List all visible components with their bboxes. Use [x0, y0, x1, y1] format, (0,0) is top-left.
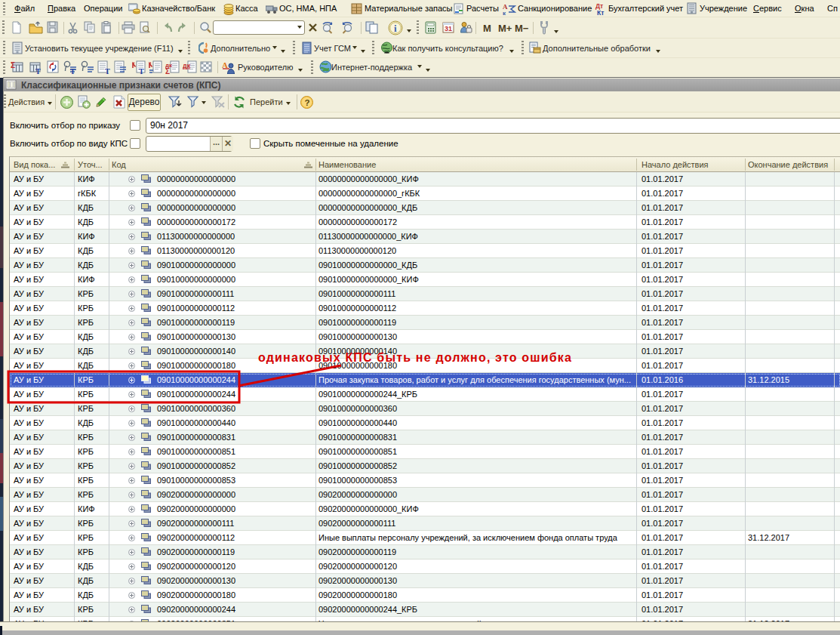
svg-text:Σ: Σ — [165, 67, 170, 75]
svg-text:31: 31 — [445, 25, 452, 32]
svg-text:Σ: Σ — [11, 61, 15, 69]
svg-text:Кт: Кт — [597, 9, 604, 16]
svg-text:?: ? — [305, 98, 310, 107]
svg-text:Т: Т — [105, 67, 110, 75]
svg-text:Т: Т — [35, 67, 41, 75]
svg-text:А: А — [222, 60, 228, 69]
svg-text:Т: Т — [70, 67, 75, 75]
svg-text:к: к — [503, 10, 506, 16]
svg-text:Т: Т — [139, 67, 144, 75]
svg-text:i: i — [394, 23, 397, 34]
